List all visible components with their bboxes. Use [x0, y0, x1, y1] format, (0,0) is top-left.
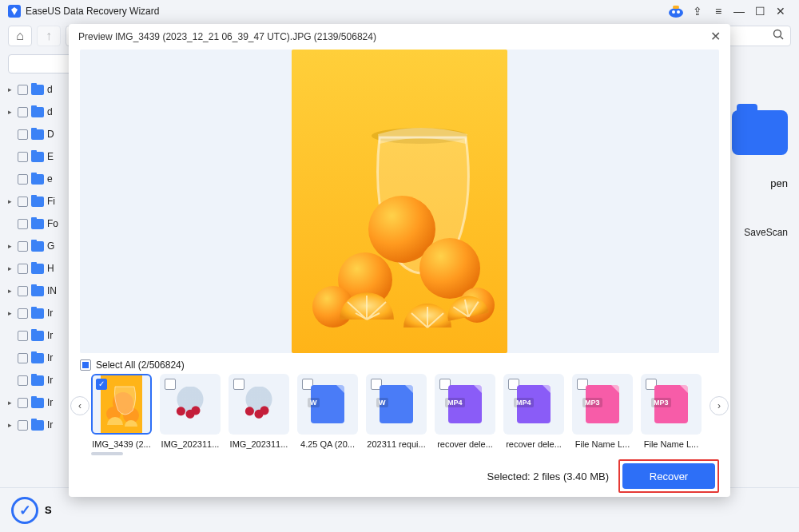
tree-item-label: E: [47, 151, 54, 162]
thumb-card[interactable]: W 202311 requi...: [366, 374, 427, 449]
thumb-filename: 4.25 QA (20...: [297, 439, 358, 449]
thumbnail-strip: ‹ ✓ IMG_3439 (2... IMG_202311... IMG_202…: [69, 374, 730, 449]
tree-checkbox[interactable]: [18, 129, 28, 140]
folder-icon: [31, 174, 44, 185]
thumb-card[interactable]: IMG_202311...: [160, 374, 221, 449]
select-all-row[interactable]: Select All (2/506824): [69, 353, 730, 374]
thumb-box[interactable]: MP4: [503, 374, 564, 435]
svg-rect-3: [673, 6, 679, 9]
close-icon[interactable]: ✕: [710, 29, 721, 44]
home-button[interactable]: ⌂: [8, 26, 32, 46]
caret-icon: ▸: [5, 197, 14, 205]
preview-area: [80, 50, 719, 353]
folder-icon: [31, 353, 44, 363]
tree-item-label: Ir: [47, 375, 53, 386]
thumb-filename: recover dele...: [435, 439, 495, 449]
tree-checkbox[interactable]: [18, 286, 28, 296]
svg-line-5: [781, 37, 784, 40]
tree-checkbox[interactable]: [18, 85, 28, 95]
thumb-card[interactable]: IMG_202311...: [229, 374, 289, 449]
tree-checkbox[interactable]: [18, 264, 28, 274]
scan-complete-icon: ✓: [11, 497, 38, 524]
tree-checkbox[interactable]: [18, 241, 28, 252]
tree-item-label: H: [47, 263, 54, 274]
tree-checkbox[interactable]: [18, 174, 28, 185]
strip-next-button[interactable]: ›: [710, 396, 729, 415]
tree-checkbox[interactable]: [18, 107, 28, 117]
folder-icon: [31, 197, 44, 207]
thumb-box[interactable]: [160, 374, 221, 435]
thumb-image: [236, 387, 282, 422]
thumb-box[interactable]: ✓: [91, 374, 152, 435]
thumb-card[interactable]: W 4.25 QA (20...: [297, 374, 358, 449]
tree-checkbox[interactable]: [18, 331, 28, 341]
window-maximize-icon[interactable]: ☐: [749, 2, 770, 20]
filetype-icon: MP3: [586, 385, 619, 423]
up-button[interactable]: ↑: [37, 26, 61, 46]
tree-item-label: Ir: [47, 308, 53, 319]
recover-button[interactable]: Recover: [622, 463, 715, 489]
thumb-filename: recover dele...: [503, 439, 564, 449]
window-minimize-icon[interactable]: —: [729, 2, 749, 20]
folder-icon: [31, 241, 44, 252]
thumb-card[interactable]: ✓ IMG_3439 (2...: [91, 374, 152, 449]
menu-icon[interactable]: ≡: [708, 2, 729, 20]
folder-icon: [31, 420, 44, 431]
tree-item-label: e: [47, 173, 53, 185]
folder-icon: [31, 264, 44, 274]
filetype-icon: W: [380, 385, 413, 423]
select-all-checkbox[interactable]: [80, 359, 91, 371]
tree-checkbox[interactable]: [18, 420, 28, 431]
tree-checkbox[interactable]: [18, 353, 28, 363]
window-close-icon[interactable]: ✕: [770, 2, 791, 20]
thumb-card[interactable]: MP4 recover dele...: [503, 374, 564, 449]
filetype-icon: MP4: [448, 385, 482, 423]
tree-checkbox[interactable]: [18, 308, 28, 319]
caret-icon: ▸: [5, 399, 14, 407]
thumb-checkbox[interactable]: ✓: [96, 379, 107, 390]
caret-icon: ▸: [5, 108, 14, 116]
filetype-icon: W: [311, 385, 344, 423]
thumb-card[interactable]: MP4 recover dele...: [435, 374, 495, 449]
folder-icon: [31, 331, 44, 341]
thumb-card[interactable]: MP3 File Name L...: [572, 374, 633, 449]
thumb-box[interactable]: MP3: [641, 374, 702, 435]
tree-item-label: D: [47, 129, 54, 140]
tree-item-label: Ir: [47, 330, 53, 341]
caret-icon: ▸: [5, 287, 14, 295]
folder-icon: [732, 110, 788, 155]
thumb-filename: IMG_3439 (2...: [91, 439, 152, 449]
tree-checkbox[interactable]: [18, 375, 28, 386]
thumb-filename: IMG_202311...: [160, 439, 221, 449]
filetype-icon: MP4: [517, 385, 551, 423]
tree-checkbox[interactable]: [18, 197, 28, 207]
folder-icon: [31, 219, 44, 229]
titlebar: EaseUS Data Recovery Wizard ⇪ ≡ — ☐ ✕: [0, 0, 799, 22]
folder-icon: [31, 107, 44, 117]
thumb-checkbox[interactable]: [233, 379, 244, 390]
thumb-box[interactable]: W: [366, 374, 427, 435]
svg-point-0: [669, 8, 683, 18]
thumb-filename: IMG_202311...: [229, 439, 289, 449]
selected-count-text: Selected: 2 files (3.40 MB): [487, 470, 609, 482]
tree-item-label: d: [47, 84, 53, 95]
caret-icon: ▸: [5, 85, 14, 93]
filetype-icon: MP3: [654, 385, 688, 423]
tree-checkbox[interactable]: [18, 398, 28, 408]
tree-checkbox[interactable]: [18, 219, 28, 229]
thumb-box[interactable]: [229, 374, 289, 435]
thumb-box[interactable]: MP4: [435, 374, 495, 435]
tree-checkbox[interactable]: [18, 152, 28, 162]
strip-prev-button[interactable]: ‹: [70, 396, 89, 415]
preview-image: [292, 50, 507, 353]
share-icon[interactable]: ⇪: [687, 2, 708, 20]
thumb-box[interactable]: W: [297, 374, 358, 435]
thumb-box[interactable]: MP3: [572, 374, 633, 435]
modal-title: Preview IMG_3439 (2023_12_21 06_39_47 UT…: [78, 31, 376, 42]
tree-item-label: d: [47, 106, 53, 117]
thumb-card[interactable]: MP3 File Name L...: [641, 374, 702, 449]
folder-icon: [31, 286, 44, 296]
thumb-checkbox[interactable]: [165, 379, 176, 390]
caret-icon: ▸: [5, 421, 14, 429]
tree-item-label: Ir: [47, 419, 53, 431]
